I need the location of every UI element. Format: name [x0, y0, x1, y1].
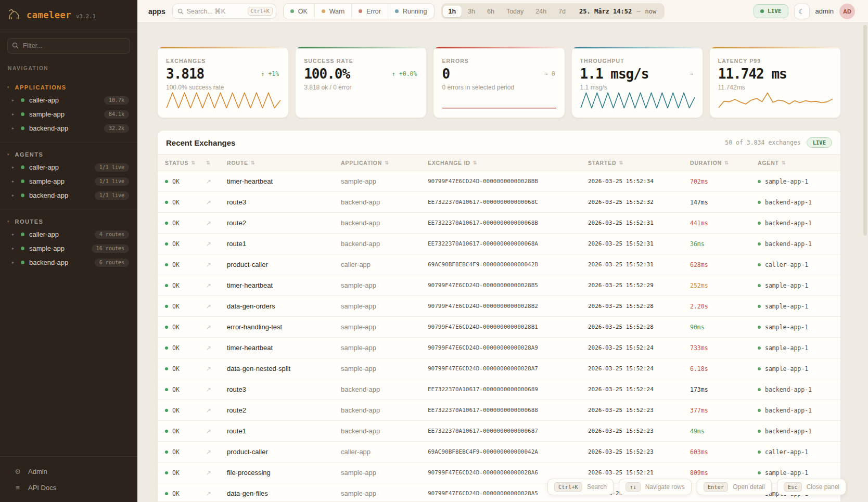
table-row[interactable]: OK↗timer-heartbeatsample-app90799F47E6CD…: [158, 171, 840, 192]
stat-card-delta: →: [690, 70, 694, 78]
date-range-display[interactable]: 25. März 14:52 — now: [572, 8, 663, 15]
open-exchange-icon[interactable]: ↗: [206, 282, 227, 289]
column-header-started[interactable]: STARTED⇅: [588, 160, 690, 166]
scrollbar-thumb[interactable]: [863, 25, 867, 236]
shortcut-hint-close-panel: EscClose panel: [777, 479, 846, 495]
stat-card-subtext: 100.0% success rate: [166, 84, 280, 91]
sidebar-item-backend-app[interactable]: ▸backend-app32.2k: [0, 121, 137, 135]
column-header-status[interactable]: STATUS⇅: [165, 160, 206, 166]
table-row[interactable]: OK↗route3backend-appEE7322370A10617-0000…: [158, 379, 840, 400]
started-cell: 2026-03-25 15:52:24: [588, 365, 690, 372]
column-header-duration[interactable]: DURATION⇅: [690, 160, 758, 166]
sidebar-item-backend-app[interactable]: ▸backend-app1/1 live: [0, 188, 137, 202]
sidebar-item-caller-app[interactable]: ▸caller-app10.7k: [0, 93, 137, 107]
table-row[interactable]: OK↗route2backend-appEE7322370A10617-0000…: [158, 400, 840, 421]
global-search[interactable]: Ctrl+K: [172, 4, 276, 19]
footer-item-api-docs[interactable]: ≡API Docs: [0, 480, 137, 496]
status-dot-icon: [21, 194, 24, 197]
time-range-6h[interactable]: 6h: [481, 6, 500, 17]
open-exchange-icon[interactable]: ↗: [206, 261, 227, 268]
table-row[interactable]: OK↗error-handling-testsample-app90799F47…: [158, 317, 840, 338]
open-exchange-icon[interactable]: ↗: [206, 490, 227, 497]
column-header-exchange-id[interactable]: EXCHANGE ID⇅: [428, 160, 588, 166]
open-exchange-icon[interactable]: ↗: [206, 324, 227, 331]
column-header-application[interactable]: APPLICATION⇅: [341, 160, 428, 166]
sidebar-item-caller-app[interactable]: ▸caller-app4 routes: [0, 227, 137, 241]
sidebar-item-caller-app[interactable]: ▸caller-app1/1 live: [0, 160, 137, 174]
table-row[interactable]: OK↗product-callercaller-app69AC90BF8EBC4…: [158, 254, 840, 275]
sidebar-item-label: backend-app: [29, 191, 90, 199]
status-filter-ok[interactable]: OK: [284, 4, 314, 19]
sidebar-item-sample-app[interactable]: ▸sample-app84.1k: [0, 107, 137, 121]
open-exchange-icon[interactable]: ↗: [206, 386, 227, 393]
agent-cell: sample-app-1: [758, 324, 840, 331]
started-cell: 2026-03-25 15:52:32: [588, 199, 690, 205]
open-exchange-icon[interactable]: ↗: [206, 344, 227, 352]
stat-card-exchanges[interactable]: EXCHANGES3.818↑ +1%100.0% success rate: [157, 46, 289, 118]
table-row[interactable]: OK↗data-gen-orderssample-app90799F47E6CD…: [158, 296, 840, 317]
time-range-7d[interactable]: 7d: [553, 6, 571, 17]
theme-toggle-button[interactable]: ☾: [794, 4, 810, 19]
table-row[interactable]: OK↗route1backend-appEE7322370A10617-0000…: [158, 234, 840, 254]
table-row[interactable]: OK↗timer-heartbeatsample-app90799F47E6CD…: [158, 275, 840, 296]
open-exchange-icon[interactable]: ↗: [206, 365, 227, 372]
stat-card-latency-p99[interactable]: LATENCY P9911.742 ms11.742ms: [709, 46, 841, 118]
table-row[interactable]: OK↗data-gen-nested-splitsample-app90799F…: [158, 358, 840, 379]
table-row[interactable]: OK↗product-callercaller-app69AC90BF8EBC4…: [158, 442, 840, 462]
sidebar-filter-input[interactable]: [7, 38, 130, 54]
live-label: LIVE: [768, 8, 782, 15]
status-label: OK: [172, 428, 180, 435]
ok-status-dot-icon: [165, 242, 168, 246]
started-cell: 2026-03-25 15:52:31: [588, 220, 690, 226]
open-exchange-icon[interactable]: ↗: [206, 199, 227, 206]
open-exchange-icon[interactable]: ↗: [206, 407, 227, 414]
open-exchange-icon[interactable]: ↗: [206, 448, 227, 456]
page-scrollbar[interactable]: [863, 25, 867, 500]
status-filter-running[interactable]: Running: [388, 4, 434, 19]
live-toggle-button[interactable]: LIVE: [754, 4, 788, 18]
sidebar-item-sample-app[interactable]: ▸sample-app1/1 live: [0, 174, 137, 188]
card-accent-bar: [296, 47, 426, 48]
stat-card-success-rate[interactable]: SUCCESS RATE100.0%↑ +0.0%3.818 ok / 0 er…: [295, 46, 427, 118]
open-exchange-icon[interactable]: ↗: [206, 469, 227, 477]
open-exchange-icon[interactable]: ↗: [206, 303, 227, 310]
footer-item-admin[interactable]: ⚙Admin: [0, 464, 137, 480]
ok-status-dot-icon: [165, 409, 168, 412]
status-filter-warn[interactable]: Warn: [314, 4, 351, 19]
column-header-open[interactable]: ⇅: [206, 160, 227, 165]
time-range-1h[interactable]: 1h: [443, 6, 462, 17]
open-exchange-icon[interactable]: ↗: [206, 240, 227, 248]
section-header-routes[interactable]: ▾ROUTES: [0, 216, 137, 227]
search-input[interactable]: [187, 8, 245, 15]
open-exchange-icon[interactable]: ↗: [206, 220, 227, 227]
duration-cell: 733ms: [690, 344, 758, 352]
stat-card-throughput[interactable]: THROUGHPUT1.1 msg/s→1.1 msg/s: [571, 46, 703, 118]
sidebar-item-backend-app[interactable]: ▸backend-app6 routes: [0, 255, 137, 269]
context-label: apps: [148, 7, 165, 16]
open-exchange-icon[interactable]: ↗: [206, 178, 227, 185]
column-header-agent[interactable]: AGENT⇅: [758, 160, 840, 166]
section-header-agents[interactable]: ▾AGENTS: [0, 149, 137, 160]
stat-card-value-row: 1.1 msg/s→: [580, 67, 694, 81]
section-header-applications[interactable]: ▾APPLICATIONS: [0, 82, 137, 93]
sidebar-item-sample-app[interactable]: ▸sample-app16 routes: [0, 241, 137, 255]
table-row[interactable]: OK↗route2backend-appEE7322370A10617-0000…: [158, 213, 840, 234]
table-row[interactable]: OK↗timer-heartbeatsample-app90799F47E6CD…: [158, 338, 840, 358]
stat-card-errors[interactable]: ERRORS0→ 00 errors in selected period: [433, 46, 565, 118]
status-cell: OK: [165, 324, 206, 331]
table-row[interactable]: OK↗route3backend-appEE7322370A10617-0000…: [158, 192, 840, 213]
table-row[interactable]: OK↗route1backend-appEE7322370A10617-0000…: [158, 421, 840, 442]
open-exchange-icon[interactable]: ↗: [206, 428, 227, 435]
column-header-route[interactable]: ROUTE⇅: [227, 160, 341, 166]
exchange-id-cell: EE7322370A10617-0000000000000688: [428, 407, 588, 414]
time-range-today[interactable]: Today: [501, 6, 529, 17]
status-label: OK: [172, 344, 180, 352]
avatar[interactable]: AD: [839, 4, 855, 19]
agent-cell: caller-app-1: [758, 448, 840, 456]
time-range-24h[interactable]: 24h: [530, 6, 552, 17]
time-range-3h[interactable]: 3h: [462, 6, 481, 17]
agent-cell: backend-app-1: [758, 220, 840, 227]
logo-row: cameleer v3.2.1: [0, 0, 137, 30]
status-filter-error[interactable]: Error: [351, 4, 388, 19]
caret-down-icon: ▾: [7, 85, 9, 89]
